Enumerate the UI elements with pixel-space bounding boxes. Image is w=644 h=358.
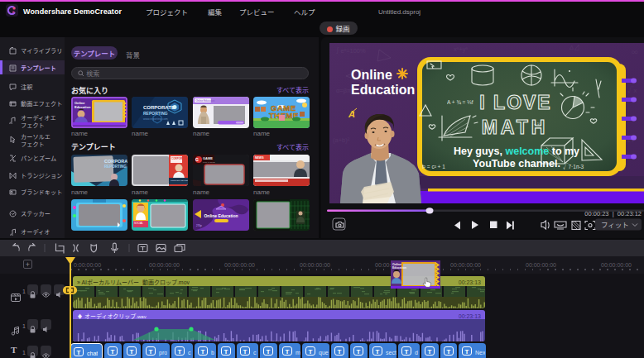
svg-text:Education: Education xyxy=(351,79,415,98)
svg-text:270p: 270p xyxy=(196,224,202,227)
svg-text:√7·1п-3: √7·1п-3 xyxy=(563,162,584,170)
svg-text:YouTube channel.: YouTube channel. xyxy=(473,155,560,170)
svg-text:∞: ∞ xyxy=(632,47,638,56)
svg-text:CORPORATE: CORPORATE xyxy=(171,157,187,160)
svg-text:CORPORATE REPORT: CORPORATE REPORT xyxy=(171,179,188,182)
svg-text:xⁿ+yⁿ: xⁿ+yⁿ xyxy=(454,44,469,53)
svg-text:Δ⊿: Δ⊿ xyxy=(570,43,580,51)
svg-text:SOCIAL: SOCIAL xyxy=(134,222,143,225)
svg-text:NEWS: NEWS xyxy=(255,155,264,160)
svg-text:Education: Education xyxy=(74,104,91,109)
svg-text:Online Education: Online Education xyxy=(196,99,215,103)
svg-text:Education: Education xyxy=(392,265,406,270)
svg-text:∫eˣ=100%: ∫eˣ=100% xyxy=(334,45,366,55)
svg-text:G: G xyxy=(195,156,199,162)
svg-text:α=βπ: α=βπ xyxy=(336,85,351,94)
svg-text:t² = c² + 1: t² = c² + 1 xyxy=(422,162,445,170)
svg-text:フィット: フィット xyxy=(601,219,629,229)
svg-text:(a+b)²: (a+b)² xyxy=(333,135,350,144)
svg-text:I LOVE: I LOVE xyxy=(479,92,551,113)
svg-text:MINI THEME: MINI THEME xyxy=(203,160,215,164)
svg-text:A + ¾ = ⅓f: A + ¾ = ⅓f xyxy=(447,98,473,106)
svg-text:√x: √x xyxy=(627,85,637,94)
svg-text:MATH: MATH xyxy=(482,117,549,138)
svg-text:www.reporting.com: www.reporting.com xyxy=(143,117,168,121)
svg-text:REPORTING: REPORTING xyxy=(143,110,168,116)
svg-text:Online Education: Online Education xyxy=(204,212,238,218)
svg-text:REPORTING: REPORTING xyxy=(104,164,127,169)
